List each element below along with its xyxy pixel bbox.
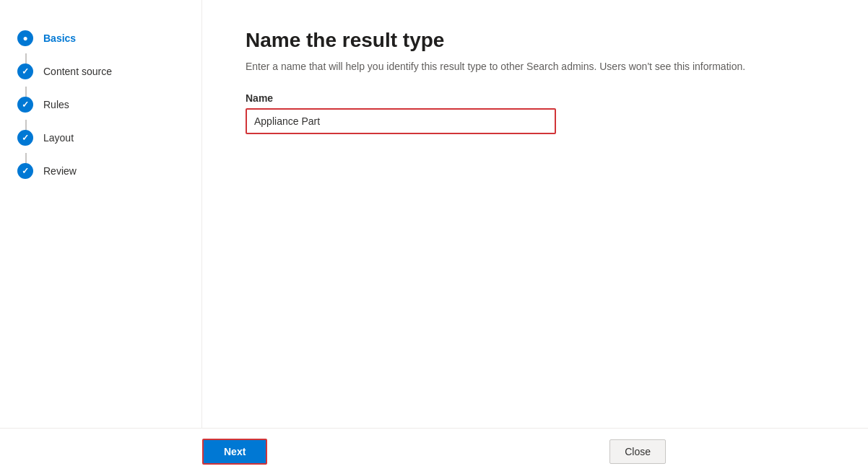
checkmark-icon-3: ✓ bbox=[22, 100, 29, 110]
sidebar-item-content-source[interactable]: ✓ Content source bbox=[0, 55, 201, 88]
name-input[interactable] bbox=[246, 108, 556, 134]
sidebar: ● Basics ✓ Content source ✓ Rules bbox=[0, 0, 202, 428]
footer-left: Next bbox=[202, 439, 267, 465]
step-circle-content-source: ✓ bbox=[17, 63, 33, 79]
sidebar-steps: ● Basics ✓ Content source ✓ Rules bbox=[0, 14, 201, 195]
sidebar-item-review[interactable]: ✓ Review bbox=[0, 154, 201, 188]
main-container: ● Basics ✓ Content source ✓ Rules bbox=[0, 0, 868, 428]
page-description: Enter a name that will help you identify… bbox=[246, 61, 765, 72]
content-area: Name the result type Enter a name that w… bbox=[202, 0, 868, 428]
name-field-label: Name bbox=[246, 92, 825, 104]
sidebar-item-layout[interactable]: ✓ Layout bbox=[0, 121, 201, 154]
sidebar-item-label-review: Review bbox=[43, 165, 77, 177]
footer: Next Close bbox=[0, 428, 868, 474]
footer-right: Close bbox=[609, 439, 666, 464]
checkmark-icon: ● bbox=[22, 33, 27, 43]
checkmark-icon-5: ✓ bbox=[22, 166, 29, 176]
sidebar-item-label-basics: Basics bbox=[43, 32, 76, 44]
step-circle-review: ✓ bbox=[17, 163, 33, 179]
step-circle-layout: ✓ bbox=[17, 130, 33, 146]
step-circle-rules: ✓ bbox=[17, 97, 33, 113]
name-form-field: Name bbox=[246, 92, 825, 134]
sidebar-item-label-layout: Layout bbox=[43, 132, 74, 144]
page-title: Name the result type bbox=[246, 29, 825, 52]
close-button[interactable]: Close bbox=[609, 439, 666, 464]
sidebar-item-rules[interactable]: ✓ Rules bbox=[0, 88, 201, 121]
next-button[interactable]: Next bbox=[202, 439, 267, 465]
sidebar-item-label-rules: Rules bbox=[43, 99, 69, 110]
step-circle-basics: ● bbox=[17, 30, 33, 46]
sidebar-item-label-content-source: Content source bbox=[43, 66, 112, 77]
checkmark-icon-4: ✓ bbox=[22, 133, 29, 143]
sidebar-item-basics[interactable]: ● Basics bbox=[0, 22, 201, 55]
checkmark-icon-2: ✓ bbox=[22, 66, 29, 76]
